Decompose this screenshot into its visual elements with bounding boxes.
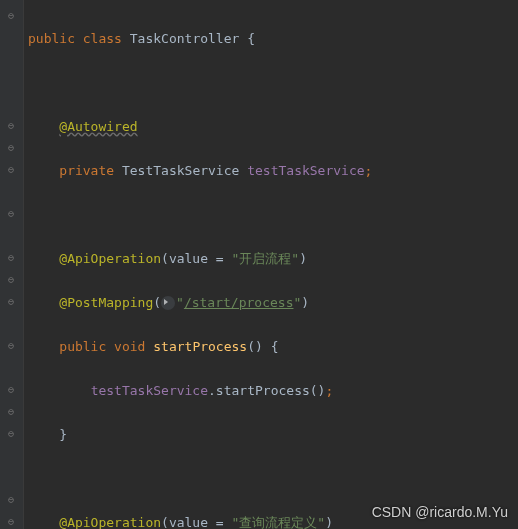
semicolon: ; xyxy=(325,383,333,398)
parens: () xyxy=(310,383,326,398)
fold-icon[interactable]: ⊖ xyxy=(4,405,18,419)
keyword: class xyxy=(83,31,122,46)
keyword: private xyxy=(59,163,114,178)
code-line[interactable] xyxy=(24,468,518,490)
http-method-icon[interactable] xyxy=(161,296,175,310)
annotation: @ApiOperation xyxy=(59,251,161,266)
equals: = xyxy=(208,515,231,529)
url-path[interactable]: /start/process xyxy=(184,295,294,310)
brace: { xyxy=(247,31,255,46)
string-literal: "查询流程定义" xyxy=(232,515,326,529)
annotation: @ApiOperation xyxy=(59,515,161,529)
fold-icon[interactable]: ⊖ xyxy=(4,295,18,309)
equals: = xyxy=(208,251,231,266)
code-line[interactable] xyxy=(24,72,518,94)
brace: } xyxy=(59,427,67,442)
code-line[interactable]: public void startProcess() { xyxy=(24,336,518,358)
field: testTaskService xyxy=(247,163,364,178)
quote: " xyxy=(176,295,184,310)
fold-icon[interactable]: ⊖ xyxy=(4,339,18,353)
semicolon: ; xyxy=(365,163,373,178)
parens: () xyxy=(247,339,263,354)
paren: ( xyxy=(161,251,169,266)
field-ref: testTaskService xyxy=(91,383,208,398)
paren: ( xyxy=(153,295,161,310)
param-name: value xyxy=(169,251,208,266)
paren: ) xyxy=(301,295,309,310)
annotation: @Autowired xyxy=(59,119,137,134)
code-line[interactable]: } xyxy=(24,424,518,446)
code-line[interactable]: public class TaskController { xyxy=(24,28,518,50)
code-line[interactable]: @PostMapping("/start/process") xyxy=(24,292,518,314)
method-call: startProcess xyxy=(216,383,310,398)
fold-icon[interactable]: ⊖ xyxy=(4,515,18,529)
watermark-text: CSDN @ricardo.M.Yu xyxy=(372,501,508,523)
type: TestTaskService xyxy=(122,163,239,178)
fold-icon[interactable]: ⊖ xyxy=(4,207,18,221)
method-name: startProcess xyxy=(153,339,247,354)
paren: ) xyxy=(299,251,307,266)
fold-icon[interactable]: ⊖ xyxy=(4,141,18,155)
code-line[interactable] xyxy=(24,204,518,226)
paren: ) xyxy=(325,515,333,529)
fold-icon[interactable]: ⊖ xyxy=(4,9,18,23)
string-literal: "开启流程" xyxy=(232,251,300,266)
annotation: @PostMapping xyxy=(59,295,153,310)
paren: ( xyxy=(161,515,169,529)
code-line[interactable]: testTaskService.startProcess(); xyxy=(24,380,518,402)
fold-icon[interactable]: ⊖ xyxy=(4,493,18,507)
editor-gutter: ⊖ ⊖ ⊖ ⊖ ⊖ ⊖ ⊖ ⊖ ⊖ ⊖ ⊖ ⊖ ⊖ ⊖ xyxy=(0,0,24,529)
dot: . xyxy=(208,383,216,398)
fold-icon[interactable]: ⊖ xyxy=(4,273,18,287)
keyword: public xyxy=(59,339,106,354)
fold-icon[interactable]: ⊖ xyxy=(4,119,18,133)
param-name: value xyxy=(169,515,208,529)
fold-icon[interactable]: ⊖ xyxy=(4,427,18,441)
code-line[interactable]: @Autowired xyxy=(24,116,518,138)
keyword: public xyxy=(28,31,75,46)
class-name: TaskController xyxy=(130,31,240,46)
keyword: void xyxy=(114,339,145,354)
fold-icon[interactable]: ⊖ xyxy=(4,251,18,265)
brace: { xyxy=(271,339,279,354)
fold-icon[interactable]: ⊖ xyxy=(4,163,18,177)
fold-icon[interactable]: ⊖ xyxy=(4,383,18,397)
code-line[interactable]: @ApiOperation(value = "开启流程") xyxy=(24,248,518,270)
code-line[interactable]: private TestTaskService testTaskService; xyxy=(24,160,518,182)
code-area[interactable]: public class TaskController { @Autowired… xyxy=(24,0,518,529)
